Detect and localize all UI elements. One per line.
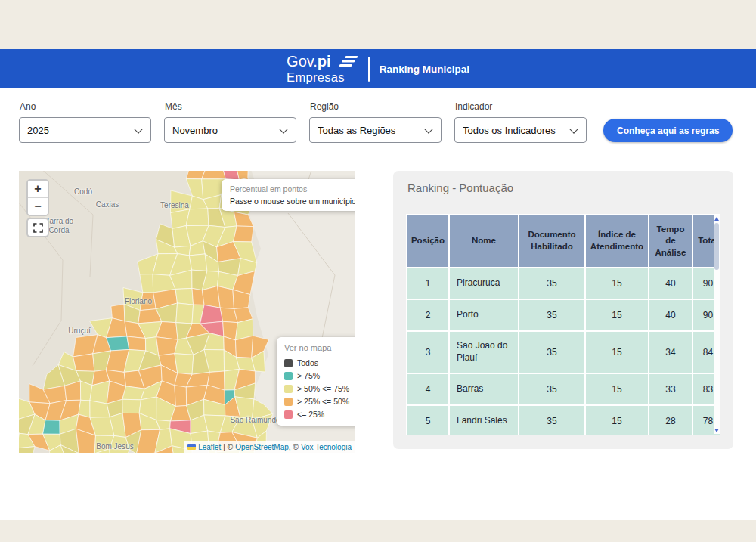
osm-link[interactable]: OpenStreetMap, [235, 443, 290, 451]
app-header: Gov.pi Empresas Ranking Municipal [0, 49, 756, 88]
legend-item-gt75[interactable]: > 75% [284, 371, 355, 380]
column-header-tempo: Tempo de Análise [649, 215, 692, 267]
legend-item-lte25[interactable]: <= 25% [284, 410, 355, 419]
zoom-out-button[interactable]: − [28, 197, 48, 215]
legend-swatch [284, 385, 293, 393]
copyright-symbol: © [293, 443, 299, 451]
cell-indice: 15 [586, 268, 648, 299]
logo-gov-text: Gov. [287, 54, 318, 70]
legend-swatch [284, 359, 293, 367]
ano-select-wrap: 2025 [19, 117, 151, 143]
ranking-table-wrap: Posição Nome Documento Habilitado Índice… [406, 214, 720, 435]
ranking-table: Posição Nome Documento Habilitado Índice… [406, 214, 720, 435]
legend-swatch [284, 410, 293, 419]
ano-select[interactable]: 2025 [19, 117, 151, 143]
cell-indice: 15 [586, 300, 648, 330]
cell-posicao: 3 [407, 332, 448, 373]
regiao-select-wrap: Todas as Regiões [309, 117, 442, 143]
indicador-label: Indicador [455, 101, 587, 112]
filter-regiao: Região Todas as Regiões [309, 101, 442, 143]
logo-empresas-text: Empresas [287, 70, 358, 85]
top-strip [0, 0, 756, 49]
table-scrollbar[interactable] [714, 215, 720, 434]
table-row: 2 Porto 35 15 40 90 [407, 300, 720, 330]
page: Gov.pi Empresas Ranking Municipal Ano [0, 0, 756, 542]
filter-indicador: Indicador Todos os Indicadores [454, 101, 587, 143]
cell-nome: Landri Sales [450, 406, 518, 435]
column-header-posicao: Posição [407, 215, 448, 267]
body-row: Codó Caxias Teresina Barra do Corda Flor… [19, 171, 756, 453]
mes-label: Mês [165, 101, 296, 112]
main-content: Ano 2025 Mês Novembro Região [0, 88, 756, 520]
legend-title: Ver no mapa [284, 343, 355, 352]
mes-select[interactable]: Novembro [164, 117, 296, 143]
cell-documento: 35 [519, 406, 584, 435]
indicador-select[interactable]: Todos os Indicadores [454, 117, 587, 143]
tooltip-title: Percentual em pontos [230, 184, 355, 194]
scroll-thumb[interactable] [714, 223, 719, 270]
tooltip-hint: Passe o mouse sobre um município [230, 197, 355, 206]
cell-tempo: 40 [649, 268, 692, 299]
filter-mes: Mês Novembro [164, 101, 296, 143]
table-row: 4 Barras 35 15 33 83 [407, 374, 720, 404]
cell-tempo: 33 [649, 374, 692, 404]
legend-item-todos[interactable]: Todos [284, 358, 355, 367]
brand: Gov.pi Empresas Ranking Municipal [287, 54, 469, 85]
cell-nome: Barras [450, 374, 518, 404]
legend-label: Todos [297, 358, 318, 367]
cell-indice: 15 [586, 406, 648, 435]
column-header-indice: Índice de Atendimento [586, 215, 648, 267]
cell-posicao: 4 [407, 374, 448, 404]
map-legend: Ver no mapa Todos > 75% > 50% <= 75% [277, 337, 355, 426]
logo-pi-text: pi [318, 54, 331, 70]
fullscreen-icon [33, 223, 43, 233]
bottom-strip [0, 520, 756, 542]
brand-logo: Gov.pi Empresas [287, 54, 358, 85]
ano-label: Ano [20, 101, 151, 112]
cell-tempo: 40 [649, 300, 692, 330]
leaflet-link[interactable]: Leaflet [198, 443, 221, 451]
map-canvas[interactable]: Codó Caxias Teresina Barra do Corda Flor… [19, 171, 355, 453]
header-row: Posição Nome Documento Habilitado Índice… [407, 215, 720, 267]
table-row: 5 Landri Sales 35 15 28 78 [407, 406, 720, 435]
filters-bar: Ano 2025 Mês Novembro Região [0, 88, 756, 143]
cell-posicao: 1 [407, 268, 448, 299]
scroll-down-arrow-icon[interactable] [714, 429, 719, 432]
piaui-flag-icon [336, 55, 358, 68]
ukraine-flag-icon [187, 444, 196, 450]
mes-select-wrap: Novembro [164, 117, 296, 143]
table-row: 3 São João do Piauí 35 15 34 84 [407, 332, 720, 373]
column-header-documento: Documento Habilitado [519, 215, 584, 267]
cell-nome: Porto [450, 300, 518, 330]
app-title: Ranking Municipal [380, 63, 469, 75]
regiao-select[interactable]: Todas as Regiões [309, 117, 442, 143]
ranking-title: Ranking - Pontuação [407, 181, 720, 194]
legend-label: <= 25% [297, 410, 324, 419]
cell-nome: São João do Piauí [450, 332, 518, 373]
column-header-nome: Nome [450, 215, 518, 267]
regiao-label: Região [310, 101, 442, 112]
attribution-separator: | [223, 443, 225, 451]
fullscreen-button[interactable] [26, 218, 49, 237]
vox-link[interactable]: Vox Tecnologia [301, 443, 352, 451]
cell-indice: 15 [586, 374, 648, 404]
legend-item-50-75[interactable]: > 50% <= 75% [284, 384, 355, 393]
legend-label: > 25% <= 50% [297, 397, 349, 406]
legend-item-25-50[interactable]: > 25% <= 50% [284, 397, 355, 406]
scroll-up-arrow-icon[interactable] [714, 217, 719, 221]
map-attribution: Leaflet | © OpenStreetMap, © Vox Tecnolo… [184, 441, 355, 453]
brand-divider [368, 57, 370, 82]
legend-label: > 75% [297, 371, 320, 380]
ranking-panel: Ranking - Pontuação Posição Nome Documen… [393, 171, 733, 449]
indicador-select-wrap: Todos os Indicadores [454, 117, 587, 143]
cell-posicao: 5 [407, 406, 448, 435]
copyright-symbol: © [228, 443, 233, 451]
zoom-in-button[interactable]: + [28, 181, 48, 197]
rules-button[interactable]: Conheça aqui as regras [603, 119, 733, 142]
cell-documento: 35 [519, 374, 584, 404]
cell-nome: Piracuruca [450, 268, 518, 299]
cell-documento: 35 [519, 300, 584, 330]
legend-label: > 50% <= 75% [297, 384, 349, 393]
cell-tempo: 28 [649, 406, 692, 435]
filter-ano: Ano 2025 [19, 101, 151, 143]
